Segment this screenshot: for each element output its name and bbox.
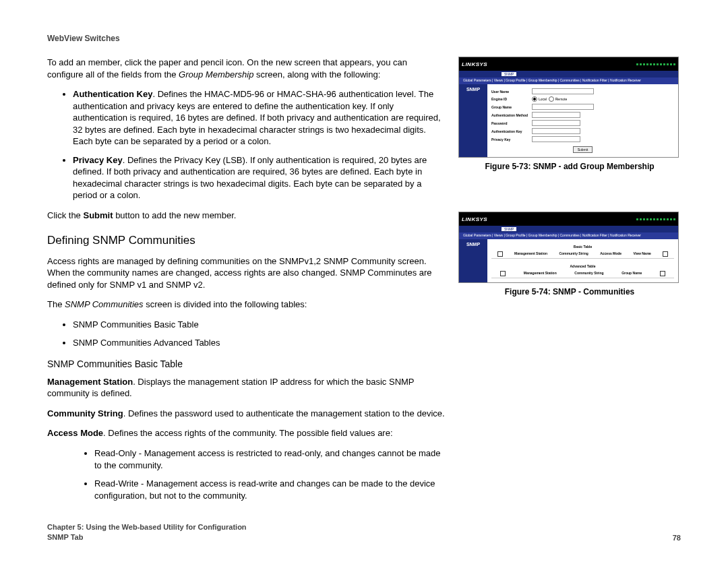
port-leds-icon <box>636 63 675 65</box>
brand-logo: LINKSYS <box>462 61 487 67</box>
auth-key-item: Authentication Key. Defines the HMAC-MD5… <box>73 88 445 148</box>
port-leds-icon <box>636 218 675 220</box>
screenshot-communities: LINKSYS SNMP Global Parameters | Views |… <box>458 212 679 283</box>
label-username: User Name <box>491 90 532 94</box>
submit-button[interactable]: Submit <box>573 146 593 153</box>
list-item: SNMP Communities Basic Table <box>73 319 445 331</box>
basic-table-title: Basic Table <box>491 243 674 250</box>
section-heading: Defining SNMP Communities <box>47 234 445 247</box>
radio-local[interactable] <box>532 96 537 102</box>
tab-snmp[interactable]: SNMP <box>502 72 516 76</box>
intro-paragraph: To add an member, click the paper and pe… <box>47 57 445 80</box>
brand-logo: LINKSYS <box>462 216 487 222</box>
main-column: To add an member, click the paper and pe… <box>47 57 445 509</box>
page-number: 78 <box>673 534 681 542</box>
label-privacy-key: Privacy Key <box>491 137 532 142</box>
input-group-name[interactable] <box>532 104 594 110</box>
basic-table-header: Management Station Community String Acce… <box>491 250 674 259</box>
access-mode-field: Access Mode. Defines the access rights o… <box>47 427 445 439</box>
submit-instruction: Click the Submit button to add the new m… <box>47 210 445 222</box>
edit-icon[interactable] <box>497 251 503 257</box>
footer-tab: SNMP Tab <box>47 532 247 542</box>
page: WebView Switches To add an member, click… <box>0 0 728 562</box>
label-password: Password <box>491 121 532 125</box>
table-types-list: SNMP Communities Basic Table SNMP Commun… <box>47 319 445 349</box>
side-column: LINKSYS SNMP Global Parameters | Views |… <box>458 57 681 509</box>
tab-snmp[interactable]: SNMP <box>502 227 516 231</box>
page-footer: Chapter 5: Using the Web-based Utility f… <box>47 522 681 542</box>
figure-caption: Figure 5-74: SNMP - Communities <box>458 287 681 296</box>
figure-5-74: LINKSYS SNMP Global Parameters | Views |… <box>458 212 681 296</box>
advanced-table-header: Management Station Community String Grou… <box>491 270 674 278</box>
input-username[interactable] <box>532 88 594 94</box>
select-auth-method[interactable] <box>532 112 580 118</box>
label-engine-id: Engine ID <box>491 97 532 101</box>
list-item: Read-Write - Management access is read-w… <box>94 478 445 501</box>
figure-5-73: LINKSYS SNMP Global Parameters | Views |… <box>458 57 681 171</box>
input-auth-key[interactable] <box>532 128 580 134</box>
form-area: User Name Engine ID Local Remote Group N… <box>487 84 678 157</box>
subsection-heading: SNMP Communities Basic Table <box>47 358 445 369</box>
key-list: Authentication Key. Defines the HMAC-MD5… <box>47 88 445 201</box>
main-tab-row: SNMP <box>459 71 678 77</box>
communities-divided: The SNMP Communities screen is divided i… <box>47 299 445 311</box>
edit-icon[interactable] <box>500 271 506 276</box>
delete-icon[interactable] <box>663 251 668 257</box>
main-tab-row: SNMP <box>459 226 678 232</box>
communities-paragraph: Access rights are managed by defining co… <box>47 255 445 291</box>
input-password[interactable] <box>532 120 580 126</box>
document-header: WebView Switches <box>47 34 681 43</box>
screenshot-topbar: LINKSYS <box>459 212 678 226</box>
label-auth-method: Authentication Method <box>491 113 532 117</box>
access-mode-values: Read-Only - Management access is restric… <box>47 447 445 501</box>
delete-icon[interactable] <box>660 271 665 276</box>
screenshot-sidebar: SNMP <box>459 84 487 157</box>
label-auth-key: Authentication Key <box>491 129 532 133</box>
screenshot-topbar: LINKSYS <box>459 57 678 71</box>
screenshot-sidebar: SNMP <box>459 239 487 282</box>
figure-caption: Figure 5-73: SNMP - add Group Membership <box>458 162 681 171</box>
privacy-key-item: Privacy Key. Defines the Privacy Key (LS… <box>73 154 445 201</box>
two-column-layout: To add an member, click the paper and pe… <box>47 57 681 509</box>
community-string-field: Community String. Defines the password u… <box>47 408 445 420</box>
list-item: Read-Only - Management access is restric… <box>94 447 445 471</box>
sub-tab-row: Global Parameters | Views | Group Profil… <box>459 77 678 84</box>
input-privacy-key[interactable] <box>532 136 580 142</box>
sub-tab-row: Global Parameters | Views | Group Profil… <box>459 232 678 239</box>
footer-chapter: Chapter 5: Using the Web-based Utility f… <box>47 522 247 532</box>
mgmt-station-field: Management Station. Displays the managem… <box>47 376 445 400</box>
list-item: SNMP Communities Advanced Tables <box>73 337 445 349</box>
label-group-name: Group Name <box>491 105 532 109</box>
table-area: Basic Table Management Station Community… <box>487 239 678 282</box>
radio-remote[interactable] <box>549 96 554 102</box>
screenshot-add-group-membership: LINKSYS SNMP Global Parameters | Views |… <box>458 57 679 158</box>
advanced-table-title: Advanced Table <box>491 263 674 270</box>
